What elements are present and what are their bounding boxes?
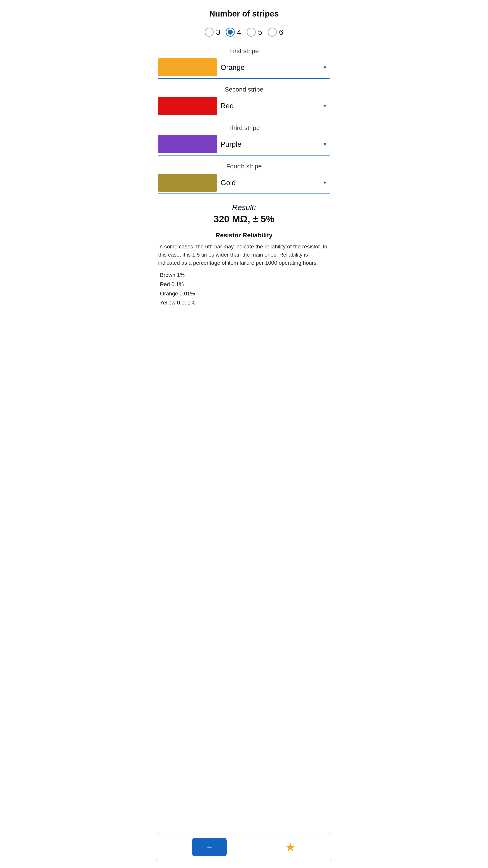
first-stripe-selector[interactable]: Orange ▾ [158,58,330,79]
first-stripe-chevron-icon: ▾ [324,64,326,70]
fourth-stripe-chevron-icon: ▾ [324,180,326,186]
second-stripe-chevron-icon: ▾ [324,103,326,109]
third-stripe-section: Third stripe Purple ▾ [158,124,330,156]
radio-circle-3[interactable] [205,28,214,37]
second-stripe-selector[interactable]: Red ▾ [158,97,330,117]
fourth-stripe-section: Fourth stripe Gold ▾ [158,163,330,194]
back-button[interactable]: ← [192,838,227,856]
second-stripe-title: Second stripe [158,86,330,93]
radio-label-6: 6 [279,28,283,37]
list-item: Yellow 0.001% [158,298,330,307]
reliability-section: Resistor Reliability In some cases, the … [158,232,330,307]
third-stripe-color-label: Purple [221,140,241,149]
fourth-stripe-title: Fourth stripe [158,163,330,170]
radio-item-6[interactable]: 6 [268,28,283,37]
page-title: Number of stripes [158,9,330,19]
stripe-count-radio-group: 3 4 5 6 [158,28,330,37]
radio-circle-6[interactable] [268,28,277,37]
first-stripe-section: First stripe Orange ▾ [158,48,330,79]
first-stripe-swatch [158,58,217,76]
back-arrow-icon: ← [206,843,213,851]
fourth-stripe-dropdown[interactable]: Gold ▾ [217,179,330,187]
third-stripe-swatch [158,135,217,153]
first-stripe-dropdown[interactable]: Orange ▾ [217,63,330,72]
reliability-list: Brown 1% Red 0.1% Orange 0.01% Yellow 0.… [158,271,330,307]
second-stripe-color-label: Red [221,102,234,110]
reliability-title: Resistor Reliability [158,232,330,239]
favorite-button[interactable]: ★ [285,840,296,854]
radio-circle-4[interactable] [226,28,235,37]
radio-item-3[interactable]: 3 [205,28,220,37]
third-stripe-chevron-icon: ▾ [324,141,326,147]
radio-circle-5[interactable] [247,28,256,37]
result-section: Result: 320 MΩ, ± 5% [158,203,330,224]
radio-label-5: 5 [258,28,262,37]
fourth-stripe-color-label: Gold [221,179,236,187]
first-stripe-title: First stripe [158,48,330,55]
radio-item-4[interactable]: 4 [226,28,241,37]
radio-label-4: 4 [237,28,241,37]
result-label: Result: [158,203,330,212]
fourth-stripe-selector[interactable]: Gold ▾ [158,174,330,194]
reliability-description: In some cases, the 6th bar may indicate … [158,243,330,267]
second-stripe-swatch [158,97,217,115]
second-stripe-section: Second stripe Red ▾ [158,86,330,117]
list-item: Red 0.1% [158,280,330,289]
third-stripe-title: Third stripe [158,124,330,131]
list-item: Brown 1% [158,271,330,280]
third-stripe-dropdown[interactable]: Purple ▾ [217,140,330,149]
radio-item-5[interactable]: 5 [247,28,262,37]
second-stripe-dropdown[interactable]: Red ▾ [217,102,330,110]
star-icon: ★ [285,841,296,854]
bottom-nav: ← ★ [156,833,332,861]
result-value: 320 MΩ, ± 5% [158,214,330,224]
radio-label-3: 3 [216,28,220,37]
first-stripe-color-label: Orange [221,63,245,72]
third-stripe-selector[interactable]: Purple ▾ [158,135,330,156]
fourth-stripe-swatch [158,174,217,192]
list-item: Orange 0.01% [158,289,330,298]
